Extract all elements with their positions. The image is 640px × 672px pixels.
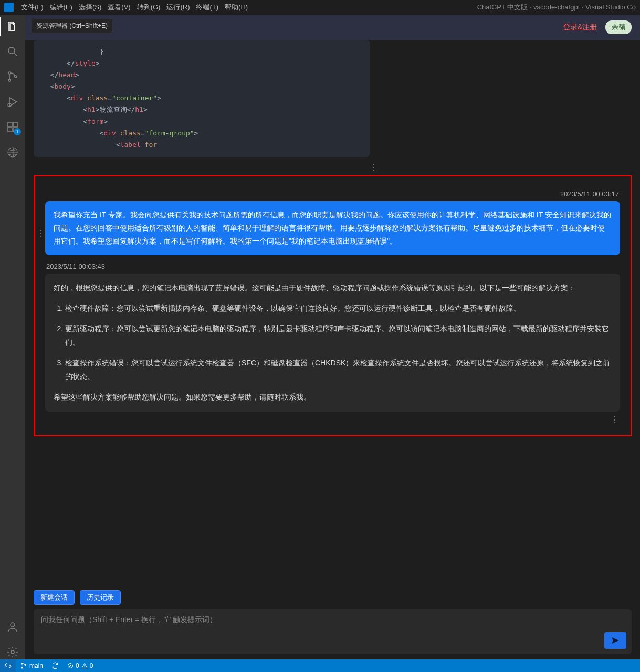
login-register-link[interactable]: 登录&注册 xyxy=(563,23,597,32)
svg-rect-8 xyxy=(13,122,17,127)
main-panel: 登录&注册 余额 } </style> </head> <body> <div … xyxy=(25,15,640,659)
list-item: 检查操作系统错误：您可以尝试运行系统文件检查器（SFC）和磁盘检查器（CHKDS… xyxy=(65,356,612,384)
balance-pill[interactable]: 余额 xyxy=(605,20,632,34)
code-block: } </style> </head> <body> <div class="co… xyxy=(34,40,370,157)
menu-terminal[interactable]: 终端(T) xyxy=(193,3,222,12)
branch-indicator[interactable]: main xyxy=(16,662,47,669)
vscode-logo-icon xyxy=(4,3,14,12)
source-control-icon[interactable] xyxy=(5,69,20,84)
menu-selection[interactable]: 选择(S) xyxy=(76,3,104,12)
new-session-button[interactable]: 新建会话 xyxy=(34,590,75,605)
assist-msg-menu-icon[interactable]: ⋮ xyxy=(45,415,620,425)
sync-icon[interactable] xyxy=(47,662,63,669)
activitybar: 1 xyxy=(0,15,25,659)
account-icon[interactable] xyxy=(5,620,20,634)
assistant-intro: 好的，根据您提供的信息，您的笔记本电脑出现了蓝屏错误。这可能是由于硬件故障、驱动… xyxy=(54,281,612,295)
chatgpt-icon[interactable] xyxy=(5,145,20,160)
history-button[interactable]: 历史记录 xyxy=(80,590,121,605)
svg-point-16 xyxy=(21,667,22,668)
branch-name: main xyxy=(29,662,43,669)
assistant-message: 好的，根据您提供的信息，您的笔记本电脑出现了蓝屏错误。这可能是由于硬件故障、驱动… xyxy=(45,274,620,411)
menu-run[interactable]: 运行(R) xyxy=(163,3,193,12)
svg-point-2 xyxy=(8,79,11,81)
svg-point-11 xyxy=(11,650,14,654)
menu-view[interactable]: 查看(V) xyxy=(104,3,133,12)
list-item: 更新驱动程序：您可以尝试更新您的笔记本电脑的驱动程序，特别是显卡驱动程序和声卡驱… xyxy=(65,322,612,350)
statusbar: main 0 0 xyxy=(0,659,640,672)
assistant-timestamp: 2023/5/11 00:03:43 xyxy=(46,262,619,270)
extension-header: 登录&注册 余额 xyxy=(25,15,640,40)
extensions-icon[interactable]: 1 xyxy=(5,120,20,134)
list-item: 检查硬件故障：您可以尝试重新插拔内存条、硬盘等硬件设备，以确保它们连接良好。您还… xyxy=(65,301,612,316)
problems-indicator[interactable]: 0 0 xyxy=(63,662,97,669)
error-count: 0 xyxy=(76,662,79,669)
chat-input-placeholder: 问我任何问题（Shift + Enter = 换行，"/" 触发提示词） xyxy=(41,615,217,624)
menu-edit[interactable]: 编辑(E) xyxy=(47,3,76,12)
user-msg-menu-icon[interactable]: ⋮ xyxy=(37,228,45,238)
send-button[interactable] xyxy=(604,632,626,649)
menu-file[interactable]: 文件(F) xyxy=(18,3,47,12)
svg-rect-5 xyxy=(8,122,12,127)
chat-input[interactable]: 问我任何问题（Shift + Enter = 换行，"/" 触发提示词） xyxy=(34,609,632,654)
user-message: 我希望你充当 IT 专家。我会向您提供有关我的技术问题所需的所有信息，而您的职责… xyxy=(45,201,620,256)
more-dots-icon[interactable]: ⋮ xyxy=(370,162,632,172)
svg-point-1 xyxy=(8,72,11,74)
search-icon[interactable] xyxy=(5,44,20,59)
extensions-badge: 1 xyxy=(14,128,21,135)
window-title: ChatGPT 中文版 · vscode-chatgpt · Visual St… xyxy=(477,3,636,12)
gear-icon[interactable] xyxy=(5,645,20,659)
controls-row: 新建会话 历史记录 xyxy=(25,586,640,607)
assistant-outro: 希望这些解决方案能够帮助您解决问题。如果您需要更多帮助，请随时联系我。 xyxy=(54,390,612,404)
user-timestamp: 2023/5/11 00:03:17 xyxy=(46,190,619,198)
svg-rect-6 xyxy=(8,128,12,132)
highlighted-exchange: 2023/5/11 00:03:17 ⋮ 我希望你充当 IT 专家。我会向您提供… xyxy=(34,175,632,436)
menu-go[interactable]: 转到(G) xyxy=(134,3,164,12)
run-debug-icon[interactable] xyxy=(5,94,20,109)
svg-point-0 xyxy=(8,47,15,54)
chat-area: } </style> </head> <body> <div class="co… xyxy=(25,40,640,586)
warning-count: 0 xyxy=(90,662,93,669)
svg-point-10 xyxy=(11,623,15,627)
explorer-tooltip: 资源管理器 (Ctrl+Shift+E) xyxy=(32,19,112,33)
explorer-icon[interactable] xyxy=(5,19,20,34)
menubar: 文件(F) 编辑(E) 选择(S) 查看(V) 转到(G) 运行(R) 终端(T… xyxy=(0,0,640,15)
remote-indicator-icon[interactable] xyxy=(0,659,16,672)
assistant-steps-list: 检查硬件故障：您可以尝试重新插拔内存条、硬盘等硬件设备，以确保它们连接良好。您还… xyxy=(54,301,612,384)
svg-point-15 xyxy=(21,663,22,664)
menu-help[interactable]: 帮助(H) xyxy=(222,3,251,12)
